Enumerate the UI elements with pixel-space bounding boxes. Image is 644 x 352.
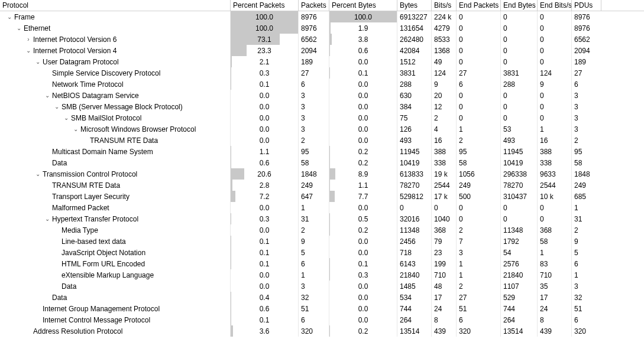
protocol-cell[interactable]: ⌄Hypertext Transfer Protocol (0, 213, 231, 224)
protocol-cell[interactable]: ⌄NetBIOS Datagram Service (0, 90, 231, 101)
chevron-down-icon[interactable]: ⌄ (34, 171, 41, 177)
protocol-cell[interactable]: ·Data (0, 157, 231, 168)
protocol-cell[interactable]: ·eXtensible Markup Language (0, 269, 231, 281)
chevron-right-icon[interactable]: › (25, 36, 32, 43)
packets-cell-value: 95 (301, 148, 309, 156)
table-row[interactable]: ⌄Frame100.08976100.06913227224 k0008976 (0, 11, 644, 22)
protocol-cell[interactable]: ·Internet Group Management Protocol (0, 303, 231, 314)
protocol-cell[interactable]: ›Internet Protocol Version 6 (0, 34, 231, 45)
col-percent-bytes[interactable]: Percent Bytes (329, 0, 397, 11)
end-bits-s-cell-value: 0 (540, 58, 544, 66)
table-row[interactable]: ·JavaScript Object Notation0.150.0718233… (0, 247, 644, 258)
table-row[interactable]: ·Simple Service Discovery Protocol0.3270… (0, 67, 644, 79)
col-end-packets[interactable]: End Packets (457, 0, 501, 11)
protocol-cell[interactable]: ·Simple Service Discovery Protocol (0, 67, 231, 79)
table-row[interactable]: ·Malformed Packet0.010.0000001 (0, 202, 644, 213)
table-row[interactable]: ⌄Hypertext Transfer Protocol0.3310.53201… (0, 213, 644, 224)
col-bytes[interactable]: Bytes (397, 0, 432, 11)
end-bytes-cell: 0 (501, 101, 538, 112)
col-bits-s[interactable]: Bits/s (432, 0, 457, 11)
table-row[interactable]: ⌄SMB (Server Message Block Protocol)0.03… (0, 101, 644, 112)
table-row[interactable]: ·TRANSUM RTE Data0.020.0493162493162 (0, 135, 644, 146)
protocol-cell[interactable]: ·Data (0, 292, 231, 303)
end-packets-cell-value: 0 (459, 58, 463, 66)
table-row[interactable]: ⌄User Datagram Protocol2.11890.015124900… (0, 56, 644, 67)
pdus-cell: 31 (572, 213, 601, 224)
table-row[interactable]: ·eXtensible Markup Language0.010.3218407… (0, 269, 644, 281)
bits-s-cell: 19 k (432, 168, 457, 180)
protocol-cell[interactable]: ·Internet Control Message Protocol (0, 314, 231, 325)
table-row[interactable]: ·Network Time Protocol0.160.02889628896 (0, 79, 644, 90)
protocol-cell[interactable]: ·Transport Layer Security (0, 191, 231, 202)
chevron-down-icon[interactable]: ⌄ (25, 47, 32, 54)
protocol-cell[interactable]: ·JavaScript Object Notation (0, 247, 231, 258)
percent-bytes-cell: 0.0 (329, 247, 397, 258)
col-packets[interactable]: Packets (299, 0, 329, 11)
protocol-cell[interactable]: ⌄Transmission Control Protocol (0, 168, 231, 180)
protocol-cell[interactable]: ⌄SMB MailSlot Protocol (0, 112, 231, 123)
table-row[interactable]: ·Data0.030.014854821107353 (0, 281, 644, 292)
percent-packets-value: 0.6 (233, 305, 296, 313)
end-bits-s-cell-value: 0 (540, 114, 544, 122)
col-pdus[interactable]: PDUs (572, 0, 601, 11)
table-row[interactable]: ⌄Microsoft Windows Browser Protocol0.030… (0, 123, 644, 135)
chevron-down-icon[interactable]: ⌄ (6, 14, 13, 20)
chevron-down-icon[interactable]: ⌄ (44, 92, 51, 99)
protocol-cell[interactable]: ·Media Type (0, 224, 231, 236)
table-row[interactable]: ·Address Resolution Protocol3.63200.2135… (0, 325, 644, 337)
packets-cell: 32 (299, 292, 329, 303)
protocol-cell[interactable]: ·Address Resolution Protocol (0, 325, 231, 337)
packets-cell-value: 1 (301, 204, 305, 212)
bytes-cell: 718 (397, 247, 432, 258)
percent-packets-cell: 0.0 (231, 281, 299, 292)
protocol-cell[interactable]: ⌄User Datagram Protocol (0, 56, 231, 67)
table-row[interactable]: ·Transport Layer Security7.26477.7529812… (0, 191, 644, 202)
table-header[interactable]: Protocol Percent Packets Packets Percent… (0, 0, 644, 11)
chevron-down-icon[interactable]: ⌄ (44, 216, 51, 222)
table-row[interactable]: ·Internet Group Management Protocol0.651… (0, 303, 644, 314)
protocol-cell[interactable]: ·TRANSUM RTE Data (0, 135, 231, 146)
protocol-cell[interactable]: ·HTML Form URL Encoded (0, 258, 231, 269)
protocol-cell[interactable]: ⌄Microsoft Windows Browser Protocol (0, 123, 231, 135)
table-row[interactable]: ·Line-based text data0.190.0245679717925… (0, 236, 644, 247)
table-row[interactable]: ·HTML Form URL Encoded0.160.161431991257… (0, 258, 644, 269)
protocol-cell[interactable]: ⌄Ethernet (0, 22, 231, 34)
protocol-cell[interactable]: ⌄SMB (Server Message Block Protocol) (0, 101, 231, 112)
col-end-bytes[interactable]: End Bytes (501, 0, 538, 11)
table-row[interactable]: ⌄Transmission Control Protocol20.618488.… (0, 168, 644, 180)
percent-packets-cell: 0.1 (231, 258, 299, 269)
col-percent-packets[interactable]: Percent Packets (231, 0, 299, 11)
table-row[interactable]: ·Media Type0.020.2113483682113483682 (0, 224, 644, 236)
table-row[interactable]: ⌄Internet Protocol Version 423.320940.64… (0, 45, 644, 56)
end-bits-s-cell: 16 (538, 135, 572, 146)
col-end-bits-s[interactable]: End Bits/s (538, 0, 572, 11)
table-row[interactable]: ⌄SMB MailSlot Protocol0.030.07520003 (0, 112, 644, 123)
chevron-down-icon[interactable]: ⌄ (53, 103, 60, 110)
protocol-cell[interactable]: ⌄Internet Protocol Version 4 (0, 45, 231, 56)
chevron-down-icon[interactable]: ⌄ (72, 126, 79, 132)
chevron-down-icon[interactable]: ⌄ (15, 25, 22, 31)
table-row[interactable]: ·Data0.6580.210419338581041933858 (0, 157, 644, 168)
bits-s-cell: 2544 (432, 180, 457, 191)
protocol-cell[interactable]: ⌄Frame (0, 11, 231, 22)
percent-bytes-value: 0.0 (332, 114, 394, 122)
table-row[interactable]: ⌄NetBIOS Datagram Service0.030.063020000… (0, 90, 644, 101)
protocol-cell[interactable]: ·Malformed Packet (0, 202, 231, 213)
table-row[interactable]: ·Internet Control Message Protocol0.160.… (0, 314, 644, 325)
protocol-cell[interactable]: ·TRANSUM RTE Data (0, 180, 231, 191)
protocol-cell[interactable]: ·Line-based text data (0, 236, 231, 247)
percent-packets-bar (231, 146, 231, 157)
pdus-cell: 3 (572, 101, 601, 112)
col-protocol[interactable]: Protocol (0, 0, 231, 11)
table-row[interactable]: ⌄Ethernet100.089761.913165442790008976 (0, 22, 644, 34)
table-row[interactable]: ›Internet Protocol Version 673.165623.82… (0, 34, 644, 45)
chevron-down-icon[interactable]: ⌄ (34, 58, 41, 65)
protocol-cell[interactable]: ·Multicast Domain Name System (0, 146, 231, 157)
protocol-cell[interactable]: ·Network Time Protocol (0, 79, 231, 90)
table-row[interactable]: ·Multicast Domain Name System1.1950.2119… (0, 146, 644, 157)
table-row[interactable]: ·Data0.4320.053417275291732 (0, 292, 644, 303)
table-row[interactable]: ·TRANSUM RTE Data2.82491.178270254424978… (0, 180, 644, 191)
end-bytes-cell: 288 (501, 79, 538, 90)
chevron-down-icon[interactable]: ⌄ (63, 115, 70, 121)
protocol-cell[interactable]: ·Data (0, 281, 231, 292)
